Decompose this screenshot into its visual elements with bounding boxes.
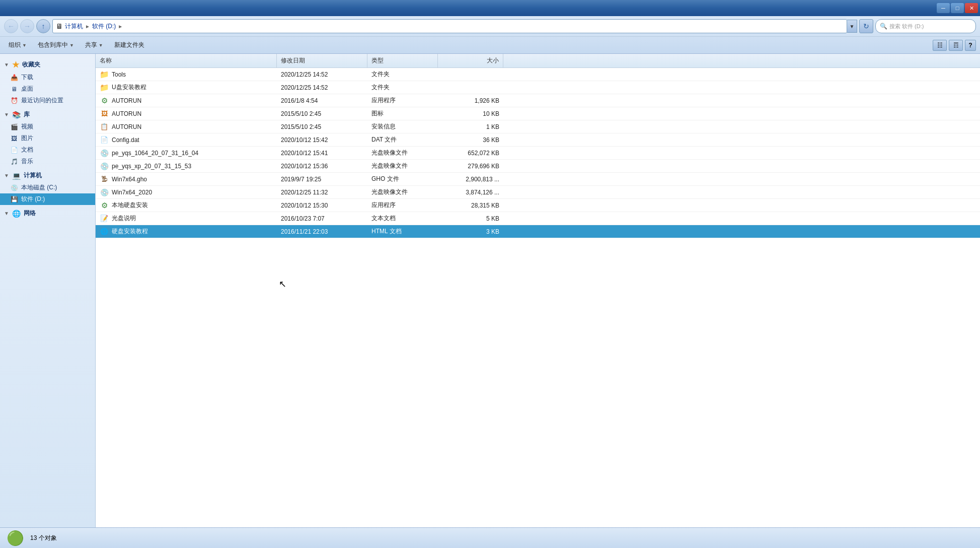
table-row[interactable]: 📄 Config.dat 2020/10/12 15:42 DAT 文件 36 …	[96, 133, 980, 147]
table-row[interactable]: 📋 AUTORUN 2015/5/10 2:45 安装信息 1 KB	[96, 120, 980, 133]
table-row[interactable]: 📁 Tools 2020/12/25 14:52 文件夹	[96, 68, 980, 81]
file-name: U盘安装教程	[112, 83, 146, 92]
address-dropdown-button[interactable]: ▼	[847, 20, 857, 33]
file-name-cell: 📋 AUTORUN	[96, 120, 277, 133]
organize-button[interactable]: 组织 ▼	[4, 39, 31, 51]
table-row[interactable]: 📁 U盘安装教程 2020/12/25 14:52 文件夹	[96, 81, 980, 94]
sidebar-section-favorites: ▼ ★ 收藏夹 📥 下载 🖥 桌面 ⏰ 最近访问的位置	[0, 58, 95, 106]
refresh-button[interactable]: ↻	[859, 19, 873, 33]
network-header-icon: 🌐	[12, 210, 21, 218]
breadcrumb-computer[interactable]: 计算机	[65, 22, 83, 31]
include-library-button[interactable]: 包含到库中 ▼	[33, 39, 79, 51]
library-expand-icon: ▼	[4, 112, 9, 117]
share-button[interactable]: 共享 ▼	[81, 39, 108, 51]
file-rows: 📁 Tools 2020/12/25 14:52 文件夹 📁 U盘安装教程 20…	[96, 68, 980, 238]
file-date-cell: 2016/10/23 7:07	[277, 212, 367, 225]
file-name-cell: 🌐 硬盘安装教程	[96, 225, 277, 238]
search-icon: 🔍	[880, 23, 887, 30]
maximize-button[interactable]: □	[951, 3, 964, 13]
file-icon: 📁	[100, 70, 109, 79]
view-button[interactable]: ☷	[933, 40, 947, 51]
file-size-cell	[438, 68, 503, 81]
sidebar-item-drive-c[interactable]: 💿 本地磁盘 (C:)	[0, 182, 95, 193]
file-name: AUTORUN	[112, 123, 141, 130]
col-header-type[interactable]: 类型	[367, 54, 438, 67]
minimize-button[interactable]: ─	[937, 3, 950, 13]
col-header-size[interactable]: 大小	[438, 54, 503, 67]
breadcrumb-drive[interactable]: 软件 (D:)	[92, 22, 116, 31]
file-name-cell: 📁 U盘安装教程	[96, 81, 277, 94]
file-name-cell: ⚙ AUTORUN	[96, 94, 277, 107]
close-button[interactable]: ✕	[965, 3, 978, 13]
sidebar-item-desktop[interactable]: 🖥 桌面	[0, 83, 95, 95]
desktop-icon: 🖥	[10, 85, 18, 93]
sidebar-item-download[interactable]: 📥 下载	[0, 72, 95, 83]
col-header-name[interactable]: 名称	[96, 54, 277, 67]
file-size-cell: 28,315 KB	[438, 199, 503, 212]
computer-header-icon: 💻	[12, 172, 21, 180]
library-icon: 📚	[12, 111, 21, 119]
help-button[interactable]: ?	[965, 40, 976, 51]
file-size-cell: 652,072 KB	[438, 147, 503, 159]
sidebar-item-recent[interactable]: ⏰ 最近访问的位置	[0, 95, 95, 106]
toolbar-area: ← → ↑ 🖥 计算机 ► 软件 (D:) ► ▼ ↻ 🔍 搜索 软件 (D:)	[0, 16, 980, 54]
preview-button[interactable]: ☶	[949, 40, 963, 51]
file-name-cell: 🖼 AUTORUN	[96, 107, 277, 120]
file-date-cell: 2016/11/21 22:03	[277, 225, 367, 238]
table-row[interactable]: 📝 光盘说明 2016/10/23 7:07 文本文档 5 KB	[96, 212, 980, 225]
file-name-cell: ⚙ 本地硬盘安装	[96, 199, 277, 212]
file-size-cell: 1 KB	[438, 120, 503, 133]
sidebar-header-library[interactable]: ▼ 📚 库	[0, 108, 95, 121]
main-area: ▼ ★ 收藏夹 📥 下载 🖥 桌面 ⏰ 最近访问的位置 ▼ 📚 库	[0, 54, 980, 527]
sidebar-item-drive-d[interactable]: 💾 软件 (D:)	[0, 193, 95, 205]
table-row[interactable]: ⚙ AUTORUN 2016/1/8 4:54 应用程序 1,926 KB	[96, 94, 980, 107]
file-size-cell: 279,696 KB	[438, 160, 503, 172]
back-button[interactable]: ←	[4, 19, 18, 33]
table-row[interactable]: 💿 pe_yqs_xp_20_07_31_15_53 2020/10/12 15…	[96, 160, 980, 173]
file-name-cell: 💿 pe_yqs_xp_20_07_31_15_53	[96, 160, 277, 172]
nav-bar: ← → ↑ 🖥 计算机 ► 软件 (D:) ► ▼ ↻ 🔍 搜索 软件 (D:)	[0, 16, 980, 36]
table-row[interactable]: 🌐 硬盘安装教程 2016/11/21 22:03 HTML 文档 3 KB	[96, 225, 980, 238]
forward-button[interactable]: →	[20, 19, 34, 33]
address-bar[interactable]: 🖥 计算机 ► 软件 (D:) ►	[52, 19, 847, 33]
file-size-cell: 3 KB	[438, 225, 503, 238]
table-row[interactable]: 💿 Win7x64_2020 2020/12/25 11:32 光盘映像文件 3…	[96, 186, 980, 199]
recent-icon: ⏰	[10, 97, 18, 105]
sidebar-item-music[interactable]: 🎵 音乐	[0, 156, 95, 167]
sidebar-item-video[interactable]: 🎬 视频	[0, 121, 95, 132]
sidebar-item-doc[interactable]: 📄 文档	[0, 144, 95, 156]
sidebar-section-computer: ▼ 💻 计算机 💿 本地磁盘 (C:) 💾 软件 (D:)	[0, 169, 95, 205]
file-name-cell: 📁 Tools	[96, 68, 277, 81]
up-button[interactable]: ↑	[36, 19, 50, 33]
sidebar-header-favorites[interactable]: ▼ ★ 收藏夹	[0, 58, 95, 72]
file-type-cell: GHO 文件	[367, 173, 438, 185]
table-row[interactable]: 🖼 AUTORUN 2015/5/10 2:45 图标 10 KB	[96, 107, 980, 120]
file-type-cell: 应用程序	[367, 199, 438, 212]
file-date-cell: 2020/10/12 15:42	[277, 133, 367, 146]
breadcrumb-arrow-2: ►	[118, 24, 123, 29]
table-row[interactable]: 💿 pe_yqs_1064_20_07_31_16_04 2020/10/12 …	[96, 147, 980, 160]
file-icon: 🗜	[100, 175, 109, 184]
sidebar-header-computer[interactable]: ▼ 💻 计算机	[0, 169, 95, 182]
breadcrumb-arrow-1: ►	[85, 24, 90, 29]
sidebar-item-image[interactable]: 🖼 图片	[0, 132, 95, 144]
file-size-cell: 3,874,126 ...	[438, 186, 503, 198]
table-row[interactable]: ⚙ 本地硬盘安装 2020/10/12 15:30 应用程序 28,315 KB	[96, 199, 980, 212]
status-app-icon: 🟢	[6, 529, 24, 547]
file-date-cell: 2020/12/25 14:52	[277, 81, 367, 94]
file-name: Win7x64_2020	[112, 189, 152, 196]
file-type-cell: 图标	[367, 107, 438, 120]
new-folder-button[interactable]: 新建文件夹	[110, 39, 149, 51]
file-name-cell: 🗜 Win7x64.gho	[96, 173, 277, 185]
sidebar-header-network[interactable]: ▼ 🌐 网络	[0, 207, 95, 220]
file-name: Tools	[112, 71, 126, 78]
file-icon: 💿	[100, 149, 109, 158]
col-header-date[interactable]: 修改日期	[277, 54, 367, 67]
file-type-cell: DAT 文件	[367, 133, 438, 146]
computer-icon: 🖥	[56, 22, 63, 30]
file-name-cell: 📄 Config.dat	[96, 133, 277, 146]
table-row[interactable]: 🗜 Win7x64.gho 2019/9/7 19:25 GHO 文件 2,90…	[96, 173, 980, 186]
file-type-cell: 光盘映像文件	[367, 186, 438, 198]
file-type-cell: 安装信息	[367, 120, 438, 133]
search-box[interactable]: 🔍 搜索 软件 (D:)	[875, 19, 976, 33]
